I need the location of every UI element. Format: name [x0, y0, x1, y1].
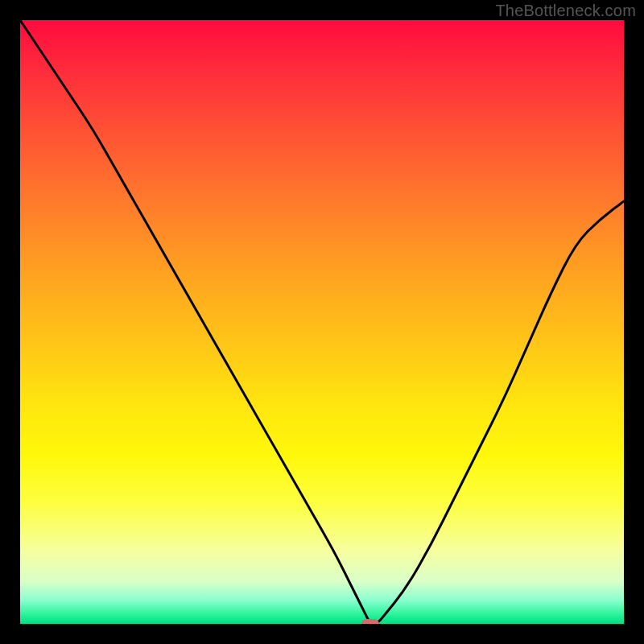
curve-path — [20, 20, 624, 624]
minimum-marker — [361, 619, 380, 624]
bottleneck-curve — [20, 20, 624, 624]
chart-frame: TheBottleneck.com — [0, 0, 644, 644]
watermark-text: TheBottleneck.com — [495, 2, 636, 20]
plot-area — [20, 20, 624, 624]
